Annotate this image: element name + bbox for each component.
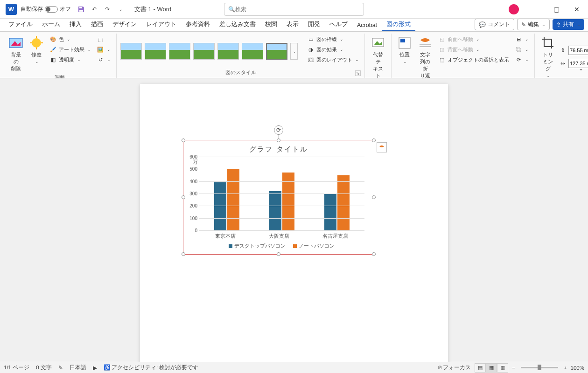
search-input[interactable] [235, 6, 360, 13]
chart-legend: デスクトップパソコンノートパソコン [199, 242, 364, 249]
style-preset-3[interactable] [169, 43, 190, 60]
picture-layout-button[interactable]: ⿴図のレイアウト⌄ [305, 55, 361, 64]
style-preset-4[interactable] [193, 43, 215, 60]
bring-forward-button[interactable]: ◱前面へ移動⌄ [436, 35, 511, 44]
selected-chart-object[interactable]: ⟳ グラフ タイトル 万 0100200300400500600 [183, 140, 374, 255]
focus-mode-button[interactable]: ⎚ フォーカス [438, 364, 471, 371]
view-buttons: ▤ ▦ ▥ [475, 363, 508, 373]
style-preset-5[interactable] [217, 43, 239, 60]
reset-picture-button[interactable]: ↺⌄ [95, 55, 112, 64]
tab-挿入[interactable]: 挿入 [65, 19, 86, 31]
tab-校閲[interactable]: 校閲 [260, 19, 282, 31]
zoom-out-button[interactable]: − [512, 365, 515, 371]
styles-dialog-launcher[interactable]: ↘ [355, 70, 361, 76]
zoom-slider[interactable] [521, 367, 558, 368]
word-count[interactable]: 0 文字 [36, 364, 52, 371]
picture-border-button[interactable]: ▭図の枠線⌄ [305, 35, 361, 44]
corrections-button[interactable]: 修整⌄ [27, 35, 46, 73]
tab-レイアウト[interactable]: レイアウト [141, 19, 181, 31]
remove-background-button[interactable]: 背景の 削除 [7, 35, 25, 73]
color-button[interactable]: 🎨色⌄ [48, 35, 93, 44]
resize-handle-b[interactable] [277, 252, 280, 256]
tab-参考資料[interactable]: 参考資料 [181, 19, 215, 31]
legend-item: ノートパソコン [293, 242, 335, 249]
resize-handle-t[interactable] [277, 138, 280, 142]
rotate-handle[interactable]: ⟳ [274, 125, 283, 135]
resize-handle-br[interactable] [372, 252, 376, 256]
macro-icon[interactable]: ▶ [93, 365, 97, 371]
resize-handle-bl[interactable] [182, 252, 185, 256]
close-button[interactable]: ✕ [567, 2, 586, 16]
tab-デザイン[interactable]: デザイン [108, 19, 141, 31]
search-box[interactable]: 🔍 [224, 3, 364, 16]
read-mode-button[interactable]: ▤ [475, 363, 486, 373]
gridline [199, 193, 364, 194]
tab-表示[interactable]: 表示 [282, 19, 303, 31]
qat-customize[interactable]: ⌄ [114, 3, 126, 15]
edit-mode-button[interactable]: ✎ 編集 ⌄ [517, 19, 550, 30]
bar-ノートパソコン-名古屋支店 [337, 175, 350, 231]
align-button[interactable]: ⊟⌄ [513, 35, 531, 44]
rotate-button[interactable]: ⟳⌄ [513, 55, 531, 64]
undo-button[interactable]: ↶ [88, 3, 100, 15]
tab-図の形式[interactable]: 図の形式 [382, 19, 415, 31]
selection-pane-button[interactable]: ⬚オブジェクトの選択と表示 [436, 55, 511, 64]
user-avatar[interactable] [509, 4, 519, 14]
spell-check-icon[interactable]: ✎ [58, 365, 63, 371]
layout-options-button[interactable] [377, 142, 387, 152]
toggle-icon[interactable] [45, 6, 58, 13]
tab-Acrobat[interactable]: Acrobat [352, 20, 382, 31]
autosave-toggle[interactable]: 自動保存 オフ [21, 5, 71, 13]
style-preset-1[interactable] [120, 43, 142, 60]
save-button[interactable] [75, 3, 87, 15]
tab-ヘルプ[interactable]: ヘルプ [325, 19, 352, 31]
svg-rect-12 [400, 39, 405, 42]
style-preset-6[interactable] [242, 43, 263, 60]
crop-button[interactable]: トリミング⌄ [539, 35, 557, 79]
style-preset-2[interactable] [145, 43, 166, 60]
legend-item: デスクトップパソコン [229, 242, 286, 249]
gridline [199, 169, 364, 169]
tab-ホーム[interactable]: ホーム [37, 19, 65, 31]
picture-style-gallery[interactable]: ⌄ [120, 35, 298, 68]
artistic-effects-button[interactable]: 🖌️アート効果⌄ [48, 45, 93, 54]
resize-handle-l[interactable] [182, 195, 185, 199]
gallery-more-button[interactable]: ⌄ [290, 43, 298, 60]
share-button[interactable]: ⇪ 共有 ⌄ [553, 19, 584, 30]
maximize-button[interactable]: ▢ [547, 2, 566, 16]
change-picture-button[interactable]: 🖼️⌄ [95, 45, 112, 54]
tab-差し込み文書[interactable]: 差し込み文書 [215, 19, 260, 31]
title-bar: W 自動保存 オフ ↶ ↷ ⌄ 文書 1 - Word 🔍 — ▢ ✕ [0, 0, 588, 19]
resize-handle-r[interactable] [372, 195, 376, 199]
comments-label: コメント [488, 21, 510, 28]
zoom-level[interactable]: 100% [571, 365, 584, 371]
ytick-label: 200 [186, 203, 197, 208]
comments-button[interactable]: 💬 コメント [475, 19, 514, 30]
resize-handle-tl[interactable] [182, 138, 185, 142]
web-layout-button[interactable]: ▥ [497, 363, 508, 373]
style-preset-7[interactable] [266, 43, 287, 60]
tab-ファイル[interactable]: ファイル [4, 19, 37, 31]
alt-text-button[interactable]: 代替テ キスト [369, 35, 387, 80]
compress-button[interactable]: ⬚ [95, 35, 112, 44]
accessibility-status[interactable]: ♿ アクセシビリティ: 検討が必要です [104, 364, 199, 371]
document-area[interactable]: ⟳ グラフ タイトル 万 0100200300400500600 [0, 78, 588, 362]
tab-開発[interactable]: 開発 [303, 19, 325, 31]
print-layout-button[interactable]: ▦ [486, 363, 497, 373]
page-indicator[interactable]: 1/1 ページ [4, 364, 29, 371]
picture-effects-button[interactable]: ◑図の効果⌄ [305, 45, 361, 54]
group-button[interactable]: ⿻⌄ [513, 45, 531, 54]
height-input[interactable]: ▲▼ [568, 46, 588, 55]
transparency-button[interactable]: ◧透明度⌄ [48, 55, 93, 64]
tab-描画[interactable]: 描画 [86, 19, 108, 31]
resize-handle-tr[interactable] [372, 138, 376, 142]
collapse-ribbon-button[interactable]: ⌄ [579, 65, 583, 72]
send-backward-button[interactable]: ◲背面へ移動⌄ [436, 45, 511, 54]
minimize-button[interactable]: — [526, 2, 545, 16]
ytick-label: 400 [186, 179, 197, 184]
width-input[interactable]: ▲▼ [568, 59, 588, 68]
redo-button[interactable]: ↷ [101, 3, 113, 15]
zoom-in-button[interactable]: + [564, 365, 567, 371]
language-indicator[interactable]: 日本語 [70, 364, 86, 371]
page[interactable]: ⟳ グラフ タイトル 万 0100200300400500600 [140, 84, 448, 362]
